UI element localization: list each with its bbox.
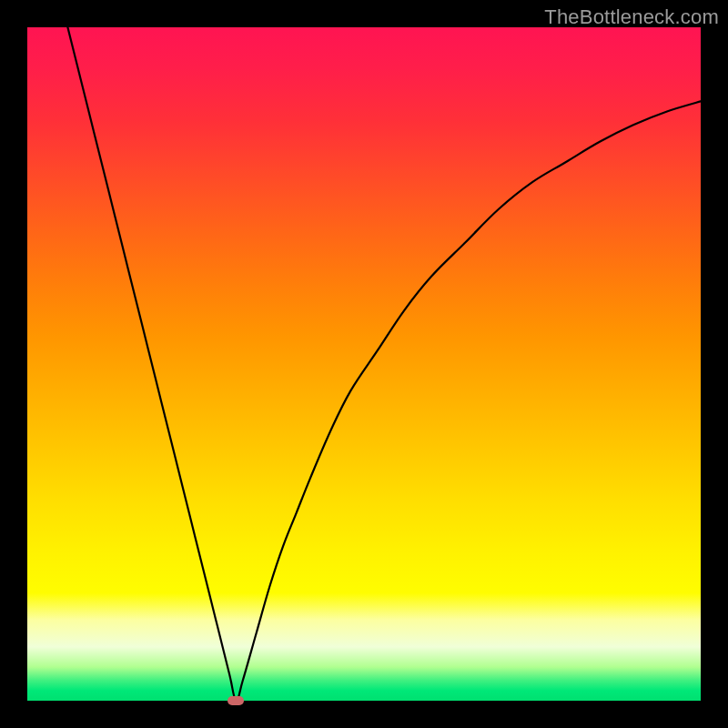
optimum-marker xyxy=(228,696,244,705)
chart-container: TheBottleneck.com xyxy=(0,0,728,728)
plot-background-gradient xyxy=(27,27,701,701)
watermark-text: TheBottleneck.com xyxy=(544,5,719,29)
